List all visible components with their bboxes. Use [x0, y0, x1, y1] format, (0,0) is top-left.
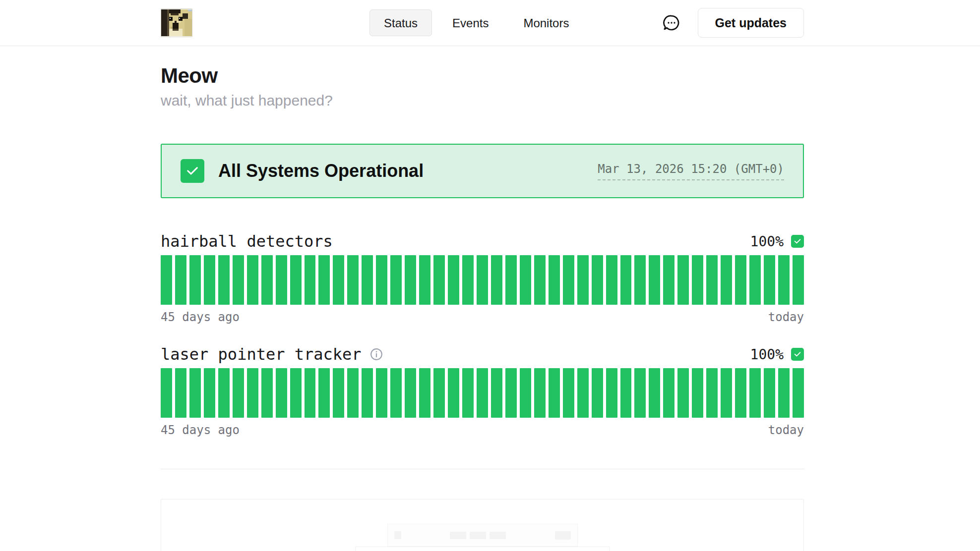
tab-status[interactable]: Status: [369, 9, 432, 36]
uptime-day-bar[interactable]: [362, 255, 373, 305]
uptime-day-bar[interactable]: [333, 255, 344, 305]
uptime-day-bar[interactable]: [749, 368, 761, 418]
tab-events[interactable]: Events: [438, 9, 503, 36]
uptime-day-bar[interactable]: [204, 255, 215, 305]
uptime-day-bar[interactable]: [462, 255, 474, 305]
uptime-day-bar[interactable]: [189, 255, 201, 305]
uptime-day-bar[interactable]: [448, 368, 459, 418]
uptime-day-bar[interactable]: [305, 368, 316, 418]
uptime-day-bar[interactable]: [290, 255, 302, 305]
uptime-day-bar[interactable]: [433, 368, 445, 418]
uptime-day-bar[interactable]: [175, 255, 186, 305]
uptime-day-bar[interactable]: [218, 368, 230, 418]
uptime-day-bar[interactable]: [793, 368, 804, 418]
uptime-day-bar[interactable]: [505, 368, 517, 418]
uptime-day-bar[interactable]: [233, 255, 244, 305]
uptime-day-bar[interactable]: [735, 368, 746, 418]
tab-monitors[interactable]: Monitors: [509, 9, 583, 36]
uptime-day-bar[interactable]: [778, 368, 790, 418]
uptime-day-bar[interactable]: [405, 368, 416, 418]
monitor-info-button[interactable]: [369, 347, 383, 361]
uptime-day-bar[interactable]: [520, 368, 531, 418]
uptime-day-bar[interactable]: [390, 255, 402, 305]
uptime-day-bar[interactable]: [433, 255, 445, 305]
uptime-day-bar[interactable]: [606, 368, 617, 418]
uptime-day-bar[interactable]: [663, 255, 674, 305]
uptime-day-bar[interactable]: [390, 368, 402, 418]
uptime-day-bar[interactable]: [318, 368, 330, 418]
uptime-day-bar[interactable]: [161, 368, 172, 418]
uptime-day-bar[interactable]: [649, 368, 660, 418]
uptime-day-bar[interactable]: [189, 368, 201, 418]
uptime-day-bar[interactable]: [706, 368, 718, 418]
uptime-day-bar[interactable]: [376, 368, 387, 418]
uptime-day-bar[interactable]: [706, 255, 718, 305]
uptime-day-bar[interactable]: [318, 255, 330, 305]
uptime-day-bar[interactable]: [462, 368, 474, 418]
uptime-day-bar[interactable]: [634, 255, 646, 305]
uptime-day-bar[interactable]: [218, 255, 230, 305]
uptime-day-bar[interactable]: [247, 255, 258, 305]
uptime-day-bar[interactable]: [362, 368, 373, 418]
uptime-day-bar[interactable]: [577, 255, 589, 305]
uptime-day-bar[interactable]: [305, 255, 316, 305]
uptime-day-bar[interactable]: [376, 255, 387, 305]
preview-placeholder-block: [450, 532, 466, 539]
uptime-day-bar[interactable]: [549, 255, 560, 305]
uptime-day-bar[interactable]: [563, 368, 574, 418]
uptime-day-bar[interactable]: [261, 255, 273, 305]
uptime-day-bar[interactable]: [290, 368, 302, 418]
uptime-day-bar[interactable]: [233, 368, 244, 418]
uptime-day-bar[interactable]: [634, 368, 646, 418]
uptime-day-bar[interactable]: [764, 368, 775, 418]
uptime-day-bar[interactable]: [347, 368, 359, 418]
uptime-day-bar[interactable]: [663, 368, 674, 418]
uptime-day-bar[interactable]: [247, 368, 258, 418]
site-logo[interactable]: [161, 8, 192, 37]
uptime-day-bar[interactable]: [491, 368, 502, 418]
uptime-day-bar[interactable]: [620, 255, 632, 305]
uptime-day-bar[interactable]: [721, 255, 732, 305]
uptime-day-bar[interactable]: [606, 255, 617, 305]
uptime-day-bar[interactable]: [419, 368, 430, 418]
uptime-day-bar[interactable]: [778, 255, 790, 305]
feedback-button[interactable]: [662, 13, 681, 32]
monitor-status-check-icon: [791, 348, 804, 361]
uptime-day-bar[interactable]: [534, 255, 546, 305]
uptime-day-bar[interactable]: [592, 255, 603, 305]
uptime-day-bar[interactable]: [793, 255, 804, 305]
uptime-day-bar[interactable]: [520, 255, 531, 305]
uptime-day-bar[interactable]: [333, 368, 344, 418]
uptime-day-bar[interactable]: [175, 368, 186, 418]
uptime-day-bar[interactable]: [735, 255, 746, 305]
uptime-day-bar[interactable]: [577, 368, 589, 418]
uptime-day-bar[interactable]: [261, 368, 273, 418]
uptime-day-bar[interactable]: [649, 255, 660, 305]
uptime-day-bar[interactable]: [534, 368, 546, 418]
status-timestamp[interactable]: Mar 13, 2026 15:20 (GMT+0): [598, 162, 784, 180]
uptime-day-bar[interactable]: [276, 368, 287, 418]
uptime-day-bar[interactable]: [161, 255, 172, 305]
uptime-day-bar[interactable]: [276, 255, 287, 305]
uptime-day-bar[interactable]: [448, 255, 459, 305]
uptime-day-bar[interactable]: [592, 368, 603, 418]
uptime-day-bar[interactable]: [721, 368, 732, 418]
uptime-day-bar[interactable]: [477, 368, 488, 418]
uptime-day-bar[interactable]: [677, 255, 689, 305]
uptime-day-bar[interactable]: [405, 255, 416, 305]
uptime-day-bar[interactable]: [477, 255, 488, 305]
uptime-day-bar[interactable]: [549, 368, 560, 418]
uptime-day-bar[interactable]: [563, 255, 574, 305]
uptime-day-bar[interactable]: [692, 255, 703, 305]
uptime-day-bar[interactable]: [677, 368, 689, 418]
uptime-day-bar[interactable]: [692, 368, 703, 418]
uptime-day-bar[interactable]: [505, 255, 517, 305]
uptime-day-bar[interactable]: [419, 255, 430, 305]
uptime-day-bar[interactable]: [204, 368, 215, 418]
get-updates-button[interactable]: Get updates: [698, 8, 804, 38]
uptime-day-bar[interactable]: [620, 368, 632, 418]
uptime-day-bar[interactable]: [764, 255, 775, 305]
uptime-day-bar[interactable]: [491, 255, 502, 305]
uptime-day-bar[interactable]: [347, 255, 359, 305]
uptime-day-bar[interactable]: [749, 255, 761, 305]
